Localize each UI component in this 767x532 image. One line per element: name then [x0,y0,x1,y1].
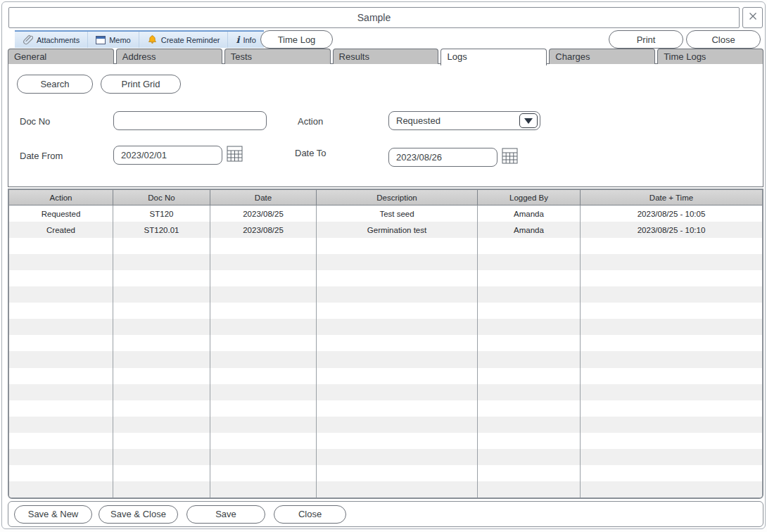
window: Sample Attachments Memo Create Reminder [1,1,766,529]
table-empty-cell [478,303,581,319]
table-empty-cell [210,400,317,417]
table-empty-cell [317,238,478,254]
doc-no-input[interactable] [113,111,267,130]
table-empty-cell [210,417,317,433]
table-empty-cell [478,335,581,351]
table-empty-cell [581,481,762,498]
table-empty-cell [317,417,478,433]
table-cell[interactable]: Germination test [317,222,478,238]
x-close-icon [747,11,759,25]
table-cell[interactable]: 2023/08/25 [210,205,317,222]
print-grid-button[interactable]: Print Grid [101,75,181,94]
table-cell[interactable]: Test seed [317,205,478,222]
column-header-doc-no[interactable]: Doc No [113,190,210,205]
save-and-new-button[interactable]: Save & New [14,505,92,524]
table-empty-cell [9,433,113,449]
memo-button[interactable]: Memo [88,32,139,48]
table-empty-cell [210,238,317,254]
tab-results[interactable]: Results [333,49,439,64]
tab-bar: General Address Tests Results Logs Charg… [8,49,763,64]
table-empty-cell [581,319,762,335]
date-to-input[interactable] [388,148,497,167]
table-empty-cell [478,319,581,335]
table-empty-cell [478,254,581,270]
table-empty-cell [317,254,478,270]
column-header-description[interactable]: Description [317,190,478,205]
print-button[interactable]: Print [609,30,683,49]
tab-tests[interactable]: Tests [224,49,331,64]
table-empty-cell [113,238,210,254]
table-empty-cell [9,465,113,481]
time-log-button[interactable]: Time Log [260,30,333,49]
save-and-close-button[interactable]: Save & Close [99,505,178,524]
paperclip-icon [23,34,33,45]
table-empty-cell [478,433,581,449]
table-empty-cell [113,449,210,465]
column-header-date-time[interactable]: Date + Time [581,190,762,205]
table-empty-cell [581,335,762,351]
table-cell[interactable]: ST120 [113,205,210,222]
tab-time-logs[interactable]: Time Logs [657,49,763,64]
memo-icon [96,36,106,44]
table-empty-cell [478,417,581,433]
logs-table: Action Doc No Date Description Logged By… [8,189,763,499]
table-cell[interactable]: Created [9,222,113,238]
table-empty-cell [317,481,478,498]
table-empty-cell [478,449,581,465]
action-select[interactable]: Requested [388,111,540,130]
column-header-action[interactable]: Action [9,190,113,205]
close-button[interactable]: Close [274,505,346,524]
table-cell[interactable]: Amanda [478,205,581,222]
footer-bar: Save & New Save & Close Save Close [8,501,763,527]
table-empty-cell [9,335,113,351]
save-button[interactable]: Save [186,505,265,524]
table-empty-cell [113,384,210,400]
info-icon: i [236,35,239,44]
table-empty-cell [317,319,478,335]
window-title: Sample [357,12,391,23]
chevron-down-triangle-icon[interactable] [519,113,538,128]
create-reminder-label: Create Reminder [161,36,220,44]
date-from-input[interactable] [113,146,222,165]
doc-no-label: Doc No [20,116,50,127]
info-button[interactable]: i Info [228,32,263,48]
table-empty-cell [9,254,113,270]
table-empty-cell [581,351,762,367]
table-empty-cell [478,368,581,384]
tab-address[interactable]: Address [116,49,222,64]
column-header-logged-by[interactable]: Logged By [478,190,581,205]
table-empty-cell [9,286,113,303]
attachments-button[interactable]: Attachments [15,32,88,48]
table-cell[interactable]: Amanda [478,222,581,238]
table-empty-cell [9,481,113,498]
table-empty-cell [581,417,762,433]
table-empty-cell [9,351,113,367]
table-empty-cell [478,286,581,303]
tab-charges[interactable]: Charges [549,49,655,64]
table-empty-cell [113,319,210,335]
table-empty-cell [9,368,113,384]
tab-general[interactable]: General [8,49,114,64]
attachments-label: Attachments [37,36,80,44]
tab-logs[interactable]: Logs [440,49,547,65]
table-cell[interactable]: Requested [9,205,113,222]
date-from-label: Date From [20,151,63,161]
toolbar-close-button[interactable]: Close [686,30,761,49]
titlebar-close-button[interactable] [742,7,763,28]
table-cell[interactable]: 2023/08/25 - 10:10 [581,222,762,238]
action-label: Action [298,116,323,127]
table-empty-cell [210,384,317,400]
table-empty-cell [210,433,317,449]
column-header-date[interactable]: Date [210,190,317,205]
table-empty-cell [113,433,210,449]
search-button[interactable]: Search [17,75,93,94]
table-empty-cell [210,465,317,481]
table-empty-cell [478,465,581,481]
date-from-calendar-icon[interactable] [227,146,243,162]
table-cell[interactable]: ST120.01 [113,222,210,238]
info-label: Info [243,36,255,44]
create-reminder-button[interactable]: Create Reminder [139,32,229,48]
table-cell[interactable]: 2023/08/25 - 10:05 [581,205,762,222]
date-to-calendar-icon[interactable] [502,148,518,164]
table-cell[interactable]: 2023/08/25 [210,222,317,238]
